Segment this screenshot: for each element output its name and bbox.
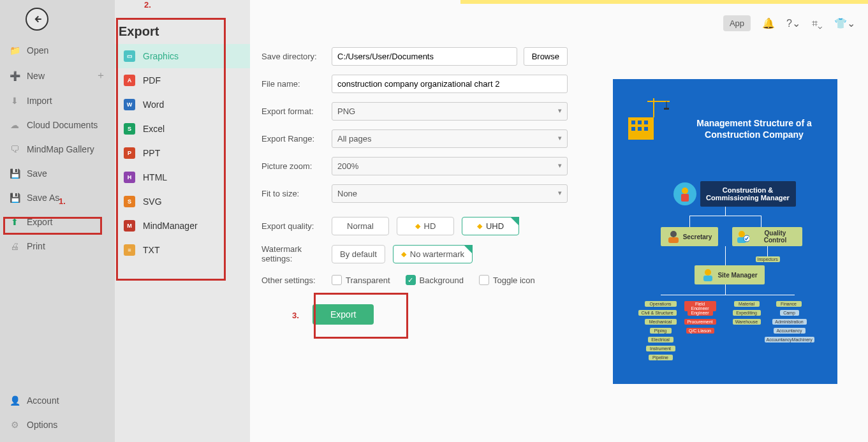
export-option-label: MindManager xyxy=(143,221,198,231)
preview-col-operations: Operations xyxy=(645,301,677,307)
save-as-icon: 💾 xyxy=(9,192,20,203)
preview-title-line1: Management Structure of a xyxy=(696,118,811,128)
export-option-label: Word xyxy=(143,99,164,110)
nav-saveas[interactable]: 💾Save As xyxy=(0,186,115,210)
nav-print-label: Print xyxy=(27,241,45,251)
export-option-word[interactable]: WWord xyxy=(115,92,250,117)
preview-ops-4: Instrument xyxy=(646,346,675,351)
export-option-label: Graphics xyxy=(143,51,179,61)
export-option-label: Excel xyxy=(143,124,165,134)
nav-print[interactable]: 🖨Print xyxy=(0,234,115,258)
preview-title: Management Structure of aConstruction Co… xyxy=(696,117,813,140)
preview-ops-5: Pipeline xyxy=(649,355,673,360)
check-background-wrap: ✓Background xyxy=(406,275,464,285)
row-range: Export Range: All pages xyxy=(261,129,568,148)
preview-node-sitemgr: Site Manager xyxy=(695,265,765,284)
cloud-icon: ☁ xyxy=(9,119,20,131)
notification-bar xyxy=(460,0,868,4)
check-toggle-wrap: Toggle icon xyxy=(479,275,535,285)
nav-options[interactable]: ⚙Options xyxy=(0,413,115,437)
input-savedir[interactable] xyxy=(332,47,517,66)
row-watermark: Watermark settings: By default ◆No warte… xyxy=(261,244,568,263)
watermark-default[interactable]: By default xyxy=(332,245,385,263)
label-watermark: Watermark settings: xyxy=(261,244,332,263)
select-zoom[interactable]: 200% xyxy=(332,157,568,175)
row-fit: Fit to size: None xyxy=(261,184,568,203)
watermark-group: By default ◆No wartermark xyxy=(332,245,473,263)
preview-feng-2: Q/C Liason xyxy=(686,328,714,334)
check-toggle-label: Toggle icon xyxy=(493,276,535,285)
svg-point-19 xyxy=(705,269,711,276)
main-content: App 🔔 ?⌄ ⌗⌄ 👕⌄ Save directory: Browse Fi… xyxy=(250,0,868,442)
export-form: Save directory: Browse File name: Export… xyxy=(261,9,568,433)
label-fit: Fit to size: xyxy=(261,189,332,198)
preview-fin-1: Administration xyxy=(772,319,807,325)
browse-button[interactable]: Browse xyxy=(524,47,568,66)
check-transparent[interactable] xyxy=(332,275,342,285)
label-filename: File name: xyxy=(261,79,332,89)
nav-bottom: 👤Account ⚙Options xyxy=(0,388,115,442)
nav-cloud[interactable]: ☁Cloud Documents xyxy=(0,113,115,137)
quality-hd[interactable]: ◆HD xyxy=(397,217,454,235)
export-button[interactable]: Export xyxy=(313,304,374,325)
check-toggle[interactable] xyxy=(479,275,489,285)
connector-line xyxy=(767,246,768,256)
preview-feng-1: Procurement xyxy=(684,319,716,325)
export-option-ppt[interactable]: PPPT xyxy=(115,141,250,165)
label-format: Export format: xyxy=(261,107,332,116)
nav-gallery-label: MindMap Gallery xyxy=(27,144,94,154)
bell-icon[interactable]: 🔔 xyxy=(762,17,775,29)
check-background[interactable]: ✓ xyxy=(406,275,416,285)
export-option-txt[interactable]: ≡TXT xyxy=(115,238,250,262)
preview-node-inspectors: Inspectors xyxy=(756,256,780,262)
svg-point-12 xyxy=(682,188,688,194)
nav-open[interactable]: 📁Open xyxy=(0,38,115,63)
select-fit[interactable]: None xyxy=(332,184,568,203)
preview-ops-1: Mechanical xyxy=(645,319,677,325)
preview-ops-0: Civil & Structure xyxy=(638,310,677,316)
export-option-excel[interactable]: SExcel xyxy=(115,117,250,141)
preview-qc-label: Quality Control xyxy=(752,230,798,244)
export-option-mindmanager[interactable]: MMindManager xyxy=(115,214,250,238)
nav-options-label: Options xyxy=(27,420,57,430)
preview-node-secretary: Secretary xyxy=(661,227,718,246)
export-option-html[interactable]: HHTML xyxy=(115,165,250,189)
export-icon: ⬆ xyxy=(9,216,20,228)
quality-normal[interactable]: Normal xyxy=(332,217,389,235)
connector-line xyxy=(725,207,726,216)
row-filename: File name: xyxy=(261,75,568,93)
preview-ops-2: Piping xyxy=(650,328,672,334)
export-option-pdf[interactable]: APDF xyxy=(115,68,250,92)
shirt-icon[interactable]: 👕⌄ xyxy=(834,17,855,29)
nav-save[interactable]: 💾Save xyxy=(0,161,115,186)
select-format[interactable]: PNG xyxy=(332,102,568,121)
watermark-none-label: No wartermark xyxy=(410,249,464,259)
nav-export[interactable]: ⬆Export xyxy=(0,210,115,234)
worker-icon xyxy=(701,268,715,282)
export-option-graphics[interactable]: ▭Graphics xyxy=(115,44,250,68)
watermark-none[interactable]: ◆No wartermark xyxy=(393,245,473,263)
plus-circle-icon: ➕ xyxy=(9,70,20,82)
nav-saveas-label: Save As xyxy=(27,193,59,203)
plus-icon: ＋ xyxy=(96,69,106,82)
nav-account-label: Account xyxy=(27,395,59,406)
select-range[interactable]: All pages xyxy=(332,129,568,148)
nav-import[interactable]: ⬇Import xyxy=(0,89,115,113)
preview-sitemgr-label: Site Manager xyxy=(717,272,757,279)
annotation-label-3: 3. xyxy=(292,311,299,320)
quality-uhd[interactable]: ◆UHD xyxy=(462,217,519,235)
nav-account[interactable]: 👤Account xyxy=(0,388,115,413)
app-button[interactable]: App xyxy=(723,15,751,31)
export-option-svg[interactable]: SSVG xyxy=(115,189,250,214)
back-button[interactable] xyxy=(26,8,48,31)
input-filename[interactable] xyxy=(332,75,568,93)
help-icon[interactable]: ?⌄ xyxy=(786,17,800,29)
nav-cloud-label: Cloud Documents xyxy=(27,120,98,130)
preview-fin-3: AccountancyMachinery xyxy=(765,337,814,343)
label-range: Export Range: xyxy=(261,134,332,144)
check-background-label: Background xyxy=(420,276,464,285)
nav-gallery[interactable]: 🗨MindMap Gallery xyxy=(0,137,115,161)
nav-new[interactable]: ➕New＋ xyxy=(0,63,115,89)
grid-icon[interactable]: ⌗⌄ xyxy=(812,18,823,29)
topbar: App 🔔 ?⌄ ⌗⌄ 👕⌄ xyxy=(723,15,855,31)
